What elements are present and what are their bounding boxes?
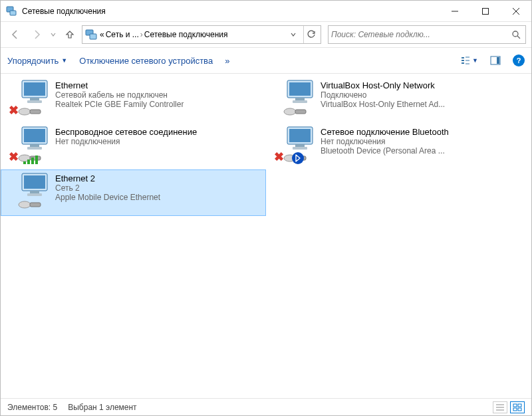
svg-rect-37 <box>24 175 45 189</box>
svg-rect-25 <box>30 144 39 147</box>
toolbar-overflow[interactable]: » <box>225 56 229 66</box>
help-button[interactable]: ? <box>513 54 525 66</box>
breadcrumb-primary[interactable]: Сеть и ... <box>106 30 139 39</box>
svg-rect-4 <box>90 34 96 39</box>
error-overlay-icon: ✖ <box>9 103 19 118</box>
svg-point-5 <box>513 31 518 37</box>
connection-subtitle: VirtualBox Host-Only Ethernet Ad... <box>321 100 445 109</box>
close-button[interactable] <box>501 1 531 21</box>
view-options-button[interactable]: ▼ <box>460 55 478 66</box>
nav-up-button[interactable] <box>61 25 79 44</box>
svg-rect-20 <box>293 100 307 103</box>
svg-rect-16 <box>30 110 41 114</box>
error-overlay-icon: ✖ <box>274 150 284 164</box>
connection-title: Беспроводное сетевое соединение <box>55 127 197 137</box>
svg-rect-14 <box>27 100 42 103</box>
connection-title: VirtualBox Host-Only Network <box>321 80 445 90</box>
window-title: Сетевые подключения <box>22 7 106 16</box>
address-bar[interactable]: « Сеть и ... › Сетевые подключения <box>82 25 321 44</box>
svg-rect-38 <box>30 191 39 193</box>
connection-subtitle: Realtek PCIe GBE Family Controller <box>55 100 184 109</box>
nav-forward-button[interactable] <box>27 25 46 44</box>
svg-rect-42 <box>513 404 517 407</box>
nav-recent-dropdown[interactable] <box>49 25 58 44</box>
svg-rect-6 <box>462 57 464 58</box>
connection-title: Сетевое подключение Bluetooth <box>321 127 449 137</box>
svg-rect-43 <box>518 404 521 407</box>
minimize-button[interactable] <box>440 1 470 21</box>
search-box[interactable] <box>328 25 526 44</box>
connection-item[interactable]: ✖ Сетевое подключение Bluetooth Нет подк… <box>266 123 531 169</box>
connection-item[interactable]: ✖ Ethernet Сетевой кабель не подключен R… <box>1 76 266 123</box>
breadcrumb-current[interactable]: Сетевые подключения <box>144 30 228 39</box>
svg-point-15 <box>19 108 31 115</box>
nav-back-button[interactable] <box>6 25 25 44</box>
organize-label: Упорядочить <box>7 56 59 66</box>
disable-device-button[interactable]: Отключение сетевого устройства <box>79 56 213 66</box>
preview-pane-button[interactable] <box>490 55 501 66</box>
connection-icon <box>274 79 315 116</box>
status-element-count: Элементов: 5 <box>7 403 57 412</box>
connection-subtitle: Apple Mobile Device Ethernet <box>55 193 160 202</box>
connection-status: Подключено <box>321 90 445 100</box>
connection-subtitle: Bluetooth Device (Personal Area ... <box>321 146 449 156</box>
connection-icon: ✖ <box>9 126 50 163</box>
svg-rect-22 <box>295 110 306 114</box>
address-icon <box>85 29 97 41</box>
svg-rect-26 <box>27 147 42 150</box>
connection-item[interactable]: ✖ Беспроводное сетевое соединение Нет по… <box>1 123 266 169</box>
signal-overlay-icon <box>23 156 38 164</box>
search-icon[interactable] <box>509 30 523 39</box>
titlebar: Сетевые подключения <box>1 1 531 22</box>
connection-title: Ethernet 2 <box>55 173 160 183</box>
disable-device-label: Отключение сетевого устройства <box>79 56 213 66</box>
svg-rect-12 <box>24 82 45 96</box>
caret-down-icon: ▼ <box>61 57 67 64</box>
svg-rect-7 <box>462 60 464 61</box>
maximize-button[interactable] <box>470 1 501 21</box>
svg-point-35 <box>292 152 304 164</box>
connection-icon: ✖ <box>9 79 50 116</box>
error-overlay-icon: ✖ <box>9 150 19 164</box>
connection-status: Сетевой кабель не подключен <box>55 90 184 100</box>
status-selected-count: Выбран 1 элемент <box>68 403 136 412</box>
svg-rect-44 <box>513 408 517 411</box>
refresh-button[interactable] <box>303 26 318 43</box>
svg-rect-45 <box>518 408 521 411</box>
search-input[interactable] <box>331 30 509 39</box>
svg-rect-24 <box>24 129 45 142</box>
app-icon <box>6 6 17 17</box>
svg-rect-2 <box>483 8 489 14</box>
connection-title: Ethernet <box>55 80 184 90</box>
connection-item[interactable]: VirtualBox Host-Only Network Подключено … <box>266 76 531 123</box>
svg-point-21 <box>284 108 296 115</box>
connection-status: Сеть 2 <box>55 183 160 193</box>
view-tiles-button[interactable] <box>510 401 525 413</box>
svg-rect-41 <box>30 203 41 207</box>
svg-rect-32 <box>293 147 307 150</box>
connection-item[interactable]: Ethernet 2 Сеть 2 Apple Mobile Device Et… <box>1 169 266 216</box>
connection-list: ✖ Ethernet Сетевой кабель не подключен R… <box>1 74 531 398</box>
breadcrumb[interactable]: « Сеть и ... › Сетевые подключения <box>100 30 283 39</box>
breadcrumb-sep-icon: › <box>140 30 143 39</box>
toolbar: Упорядочить ▼ Отключение сетевого устрой… <box>1 47 531 74</box>
connection-status: Нет подключения <box>321 137 449 146</box>
svg-rect-19 <box>295 98 305 100</box>
svg-rect-30 <box>289 129 311 142</box>
connection-icon: ✖ <box>274 126 315 163</box>
svg-rect-10 <box>497 57 499 64</box>
svg-rect-18 <box>289 82 311 96</box>
connection-status: Нет подключения <box>55 137 197 146</box>
view-details-button[interactable] <box>493 401 507 413</box>
navigation-bar: « Сеть и ... › Сетевые подключения <box>1 22 531 47</box>
svg-rect-8 <box>462 62 464 64</box>
address-history-dropdown[interactable] <box>286 26 301 43</box>
status-bar: Элементов: 5 Выбран 1 элемент <box>1 398 531 415</box>
svg-rect-31 <box>295 144 305 147</box>
svg-rect-13 <box>30 98 39 100</box>
organize-menu[interactable]: Упорядочить ▼ <box>7 56 67 66</box>
svg-rect-39 <box>27 193 42 196</box>
svg-rect-1 <box>10 11 16 15</box>
svg-point-40 <box>19 201 31 208</box>
breadcrumb-root: « <box>100 30 104 39</box>
